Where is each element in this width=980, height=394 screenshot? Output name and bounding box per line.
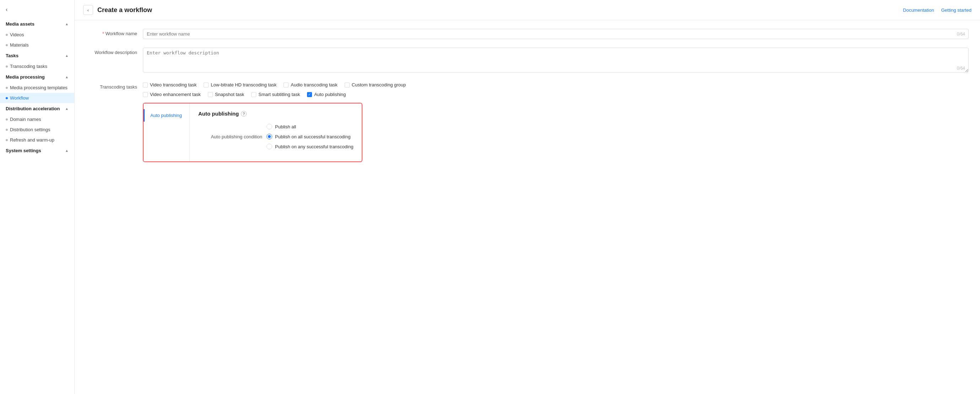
- sidebar-item-materials-label: Materials: [10, 42, 29, 48]
- header-links: Documentation Getting started: [903, 8, 972, 13]
- checkbox-video-enhancement[interactable]: Video enhancement task: [143, 92, 201, 97]
- sidebar: ‹ Media assets ▲ Videos Materials Tasks …: [0, 0, 75, 394]
- checkbox-custom-transcoding[interactable]: Custom transcoding group: [345, 82, 406, 88]
- sidebar-section-tasks[interactable]: Tasks ▲: [0, 50, 74, 61]
- sidebar-item-videos-label: Videos: [10, 32, 24, 37]
- header-left: ‹ Create a workflow: [83, 5, 152, 15]
- workflow-name-input-wrapper: 0/64: [143, 29, 969, 39]
- checkboxes-row2: Video enhancement task Snapshot task Sma…: [143, 92, 406, 97]
- checkbox-video-transcoding[interactable]: Video transcoding task: [143, 82, 197, 88]
- sidebar-item-transcoding-tasks-label: Transcoding tasks: [10, 64, 47, 69]
- help-icon[interactable]: ?: [241, 111, 247, 116]
- radio-circle-publish-any-successful[interactable]: [267, 144, 272, 149]
- radio-circle-publish-all[interactable]: [267, 124, 272, 129]
- radio-publish-all-successful[interactable]: Publish on all successful transcoding: [267, 134, 353, 139]
- checkbox-auto-publishing[interactable]: Auto publishing: [307, 92, 346, 97]
- sidebar-section-distribution-label: Distribution acceleration: [6, 106, 60, 111]
- page-title: Create a workflow: [97, 6, 152, 14]
- checkbox-box-video-transcoding[interactable]: [143, 83, 148, 88]
- sidebar-item-domain-names-label: Domain names: [10, 116, 41, 122]
- sidebar-section-distribution[interactable]: Distribution acceleration ▲: [0, 103, 74, 114]
- chevron-up-icon: ▲: [65, 22, 68, 26]
- sidebar-section-media-assets[interactable]: Media assets ▲: [0, 19, 74, 30]
- workflow-name-count: 0/64: [957, 32, 965, 37]
- sidebar-section-media-processing-label: Media processing: [6, 74, 45, 80]
- checkbox-snapshot-task-label: Snapshot task: [215, 92, 244, 97]
- main-content: ‹ Create a workflow Documentation Gettin…: [75, 0, 980, 394]
- workflow-name-label: * Workflow name: [86, 29, 143, 36]
- panel-sidebar-auto-publishing[interactable]: Auto publishing: [143, 109, 189, 121]
- condition-row: Auto publishing condition Publish all Pu…: [198, 124, 353, 149]
- transcoding-tasks-row: Transcoding tasks Video transcoding task…: [86, 82, 969, 162]
- sidebar-item-media-processing-templates-label: Media processing templates: [10, 85, 67, 90]
- required-asterisk: *: [102, 31, 104, 36]
- checkbox-snapshot-task[interactable]: Snapshot task: [208, 92, 244, 97]
- radio-publish-all-label: Publish all: [275, 124, 296, 129]
- checkbox-custom-transcoding-label: Custom transcoding group: [352, 82, 406, 88]
- checkboxes-container: Video transcoding task Low-bitrate HD tr…: [143, 82, 406, 97]
- checkbox-smart-subtitling-label: Smart subtitling task: [258, 92, 300, 97]
- form-area: * Workflow name 0/64 Workflow descriptio…: [75, 20, 980, 394]
- checkbox-box-custom-transcoding[interactable]: [345, 83, 350, 88]
- sidebar-item-media-processing-templates[interactable]: Media processing templates: [0, 83, 74, 93]
- header-back-button[interactable]: ‹: [83, 5, 93, 15]
- panel-sidebar: Auto publishing: [143, 104, 190, 161]
- workflow-name-row: * Workflow name 0/64: [86, 29, 969, 39]
- radio-publish-any-successful-label: Publish on any successful transcoding: [275, 144, 353, 149]
- checkbox-box-low-bitrate-hd[interactable]: [204, 83, 208, 88]
- auto-publishing-panel: Auto publishing Auto publishing ? Auto p…: [143, 103, 363, 162]
- getting-started-link[interactable]: Getting started: [941, 8, 972, 13]
- transcoding-tasks-label: Transcoding tasks: [86, 82, 143, 89]
- workflow-desc-count: 0/64: [957, 66, 965, 71]
- checkbox-box-smart-subtitling[interactable]: [251, 92, 256, 97]
- chevron-up-icon-system: ▲: [65, 148, 68, 153]
- checkbox-auto-publishing-label: Auto publishing: [314, 92, 346, 97]
- checkbox-audio-transcoding-label: Audio transcoding task: [291, 82, 337, 88]
- documentation-link[interactable]: Documentation: [903, 8, 934, 13]
- sidebar-item-refresh-warmup-label: Refresh and warm-up: [10, 137, 54, 143]
- sidebar-section-media-assets-label: Media assets: [6, 21, 35, 27]
- sidebar-item-materials[interactable]: Materials: [0, 40, 74, 50]
- radio-publish-any-successful[interactable]: Publish on any successful transcoding: [267, 144, 353, 149]
- workflow-desc-textarea[interactable]: [143, 48, 969, 73]
- checkbox-box-audio-transcoding[interactable]: [283, 83, 288, 88]
- checkbox-box-video-enhancement[interactable]: [143, 92, 148, 97]
- checkbox-video-enhancement-label: Video enhancement task: [150, 92, 201, 97]
- sidebar-item-refresh-warmup[interactable]: Refresh and warm-up: [0, 135, 74, 145]
- radio-circle-publish-all-successful[interactable]: [267, 134, 272, 139]
- chevron-up-icon-media-processing: ▲: [65, 75, 68, 79]
- sidebar-item-distribution-settings[interactable]: Distribution settings: [0, 124, 74, 135]
- sidebar-item-domain-names[interactable]: Domain names: [0, 114, 74, 124]
- checkboxes-row1: Video transcoding task Low-bitrate HD tr…: [143, 82, 406, 88]
- sidebar-section-system-settings[interactable]: System settings ▲: [0, 145, 74, 156]
- checkbox-low-bitrate-hd[interactable]: Low-bitrate HD transcoding task: [204, 82, 277, 88]
- radio-publish-all-successful-label: Publish on all successful transcoding: [275, 134, 350, 139]
- sidebar-section-tasks-label: Tasks: [6, 53, 19, 58]
- radio-options: Publish all Publish on all successful tr…: [267, 124, 353, 149]
- checkbox-box-auto-publishing[interactable]: [307, 92, 312, 97]
- checkbox-smart-subtitling[interactable]: Smart subtitling task: [251, 92, 300, 97]
- checkbox-box-snapshot-task[interactable]: [208, 92, 213, 97]
- workflow-name-input[interactable]: [143, 29, 969, 39]
- workflow-desc-label: Workflow description: [86, 48, 143, 55]
- sidebar-item-distribution-settings-label: Distribution settings: [10, 127, 50, 132]
- sidebar-section-media-processing[interactable]: Media processing ▲: [0, 72, 74, 83]
- panel-content-title: Auto publishing ?: [198, 111, 353, 116]
- checkbox-low-bitrate-hd-label: Low-bitrate HD transcoding task: [211, 82, 277, 88]
- sidebar-item-transcoding-tasks[interactable]: Transcoding tasks: [0, 61, 74, 72]
- panel-content: Auto publishing ? Auto publishing condit…: [190, 104, 362, 161]
- sidebar-back-button[interactable]: ‹: [0, 3, 74, 19]
- workflow-desc-row: Workflow description 0/64: [86, 48, 969, 73]
- condition-label: Auto publishing condition: [198, 134, 262, 139]
- workflow-desc-input-wrapper: 0/64: [143, 48, 969, 73]
- sidebar-item-workflow-label: Workflow: [10, 95, 29, 100]
- workflow-desc-label-text: Workflow description: [94, 50, 137, 55]
- chevron-up-icon-distribution: ▲: [65, 107, 68, 111]
- radio-publish-all[interactable]: Publish all: [267, 124, 353, 129]
- panel-content-title-text: Auto publishing: [198, 111, 239, 116]
- transcoding-tasks-inner: Transcoding tasks Video transcoding task…: [86, 82, 406, 97]
- sidebar-item-videos[interactable]: Videos: [0, 30, 74, 40]
- checkbox-video-transcoding-label: Video transcoding task: [150, 82, 197, 88]
- sidebar-item-workflow[interactable]: Workflow: [0, 93, 74, 103]
- checkbox-audio-transcoding[interactable]: Audio transcoding task: [283, 82, 337, 88]
